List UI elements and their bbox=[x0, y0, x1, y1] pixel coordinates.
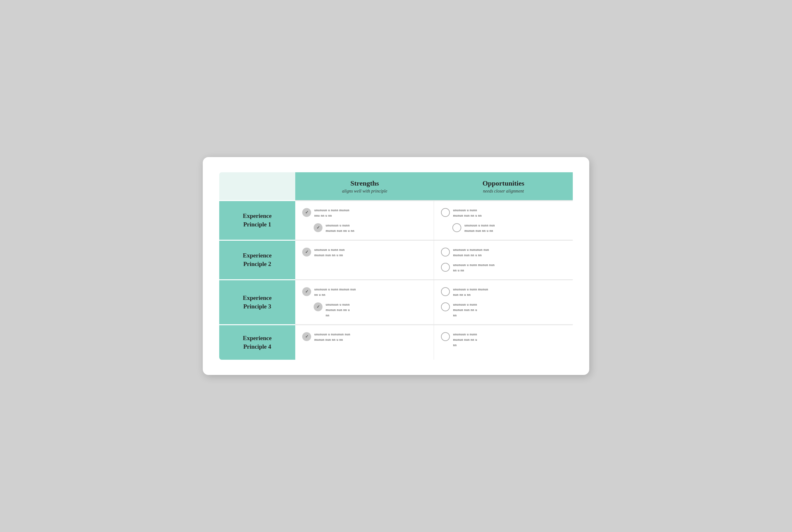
strengths-cell-1: ✓ununuun u nunn mununnnu nn u nn✓ununuun… bbox=[295, 200, 434, 240]
list-item: ✓ununuun u nununun nunmunun nun nn u nn bbox=[302, 331, 427, 342]
list-item: ununuun u nunnmunun nun nn unn bbox=[441, 331, 566, 348]
strengths-cell-2: ✓ununuun u nunn nunmunun nun nn u nn bbox=[295, 240, 434, 279]
list-item: ununuun u nunnmunun nun nn u nn bbox=[441, 207, 566, 218]
strengths-subtitle: aligns well with principle bbox=[303, 189, 427, 194]
item-text: ununuun u nunn munun nunnn u nn bbox=[314, 287, 356, 297]
item-text: ununuun u nunnmunun nun nn unn bbox=[326, 302, 350, 318]
opportunities-title: Opportunities bbox=[441, 179, 565, 188]
item-text: ununuun u nununun nunmunun nun nn u nn bbox=[314, 331, 351, 342]
item-text: ununuun u nunnmunun nun nn unn bbox=[453, 302, 477, 318]
item-text: ununuun u nunn nunmunun nun nn u nn bbox=[465, 223, 495, 233]
opportunities-cell-4: ununuun u nunnmunun nun nn unn bbox=[434, 324, 573, 360]
circle-icon bbox=[441, 248, 450, 256]
opportunities-cell-1: ununuun u nunnmunun nun nn u nnununuun u… bbox=[434, 200, 573, 240]
item-text: ununuun u nunn munun nunnn u nn bbox=[453, 262, 494, 273]
circle-icon bbox=[441, 208, 450, 217]
item-text: ununuun u nunnmunun nun nn unn bbox=[453, 331, 477, 348]
principle-cell-1: ExperiencePrinciple 1 bbox=[219, 200, 295, 240]
principle-cell-4: ExperiencePrinciple 4 bbox=[219, 324, 295, 360]
list-item: ✓ununuun u nunnmunun nun nn unn bbox=[314, 302, 427, 318]
opportunities-cell-3: ununuun u nunn mununnun nn u nnununuun u… bbox=[434, 279, 573, 324]
list-item: ununuun u nunn munun nunnn u nn bbox=[441, 262, 566, 273]
item-text: ununuun u nunn mununnun nn u nn bbox=[453, 287, 488, 297]
circle-icon bbox=[441, 263, 450, 272]
strengths-cell-4: ✓ununuun u nununun nunmunun nun nn u nn bbox=[295, 324, 434, 360]
opportunities-cell-2: ununuun u nununun nunmunun nun nn u nnun… bbox=[434, 240, 573, 279]
list-item: ununuun u nunnmunun nun nn unn bbox=[441, 302, 566, 318]
opportunities-subtitle: needs closer alignment bbox=[441, 189, 565, 194]
check-icon: ✓ bbox=[314, 302, 322, 311]
check-icon: ✓ bbox=[314, 223, 322, 232]
header-empty-cell bbox=[219, 172, 295, 200]
list-item: ✓ununuun u nunn mununnnu nn u nn bbox=[302, 207, 427, 218]
strengths-header: Strengths aligns well with principle bbox=[295, 172, 434, 200]
list-item: ✓ununuun u nunnmunun nun nn u nn bbox=[314, 223, 427, 233]
strengths-cell-3: ✓ununuun u nunn munun nunnn u nn✓ununuun… bbox=[295, 279, 434, 324]
circle-icon bbox=[441, 332, 450, 341]
list-item: ununuun u nunn mununnun nn u nn bbox=[441, 287, 566, 297]
item-text: ununuun u nunn mununnnu nn u nn bbox=[314, 207, 350, 218]
item-text: ununuun u nununun nunmunun nun nn u nn bbox=[453, 247, 489, 258]
principle-cell-3: ExperiencePrinciple 3 bbox=[219, 279, 295, 324]
list-item: ununuun u nunn nunmunun nun nn u nn bbox=[452, 223, 566, 233]
check-icon: ✓ bbox=[302, 248, 311, 256]
item-text: ununuun u nunnmunun nun nn u nn bbox=[326, 223, 355, 233]
opportunities-header: Opportunities needs closer alignment bbox=[434, 172, 573, 200]
list-item: ✓ununuun u nunn munun nunnn u nn bbox=[302, 287, 427, 297]
circle-icon bbox=[441, 287, 450, 296]
list-item: ✓ununuun u nunn nunmunun nun nn u nn bbox=[302, 247, 427, 258]
check-icon: ✓ bbox=[302, 208, 311, 217]
list-item: ununuun u nununun nunmunun nun nn u nn bbox=[441, 247, 566, 258]
principle-cell-2: ExperiencePrinciple 2 bbox=[219, 240, 295, 279]
main-card: Strengths aligns well with principle Opp… bbox=[203, 157, 589, 375]
circle-icon bbox=[441, 302, 450, 311]
circle-icon bbox=[452, 223, 461, 232]
item-text: ununuun u nunnmunun nun nn u nn bbox=[453, 207, 482, 218]
check-icon: ✓ bbox=[302, 287, 311, 296]
item-text: ununuun u nunn nunmunun nun nn u nn bbox=[314, 247, 345, 258]
grid-layout: Strengths aligns well with principle Opp… bbox=[219, 172, 573, 360]
strengths-title: Strengths bbox=[303, 179, 427, 188]
check-icon: ✓ bbox=[302, 332, 311, 341]
